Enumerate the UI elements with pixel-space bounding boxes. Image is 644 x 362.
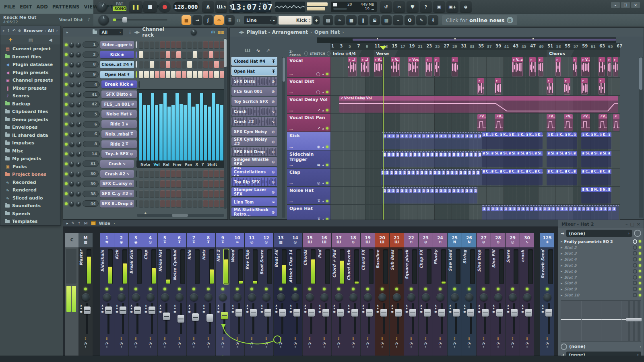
picker-item-ma-staticshock-retro-[interactable]: MA StaticShock Retro...⊙ xyxy=(231,208,277,216)
step-cell[interactable] xyxy=(171,61,175,68)
step-cell[interactable] xyxy=(214,71,219,78)
eq-slider-2[interactable] xyxy=(633,301,635,341)
velocity-bar[interactable] xyxy=(188,93,191,160)
channel-number[interactable]: 9 xyxy=(83,71,99,78)
strip-clock-icon[interactable]: ◔ xyxy=(439,341,442,346)
pattern-clip[interactable]: ∃ C.. xyxy=(491,169,500,185)
velocity-bar[interactable] xyxy=(139,93,142,160)
mixer-strip-clap[interactable]: 4◎Clap▲▼◀▶⇧◔▲ xyxy=(143,233,157,361)
send-arrow-icon[interactable]: ⇧ xyxy=(134,337,138,341)
mixer-link-icon[interactable]: ↑ xyxy=(78,221,81,225)
channel-led[interactable] xyxy=(65,192,68,195)
step-cell[interactable] xyxy=(171,71,175,78)
step-cell[interactable] xyxy=(166,200,170,207)
strip-clock-icon[interactable]: ◔ xyxy=(511,341,514,346)
strip-header[interactable]: 3◉ xyxy=(129,233,143,247)
strip-pan-knob[interactable] xyxy=(320,293,328,301)
close-button[interactable]: × xyxy=(631,2,640,8)
slot-arrow-icon[interactable]: ▸ xyxy=(561,269,563,273)
strip-fader[interactable] xyxy=(165,303,167,334)
strip-enable-led[interactable] xyxy=(294,288,297,290)
news-banner[interactable]: Click for online news ◍ xyxy=(442,15,517,25)
slot-enable-led[interactable] xyxy=(639,288,641,290)
send-arrow-icon[interactable]: ⇧ xyxy=(453,337,456,341)
strip-clock-icon[interactable]: ◔ xyxy=(395,341,398,346)
step-cell[interactable] xyxy=(144,61,149,68)
strip-fader[interactable] xyxy=(368,303,370,334)
strip-fader[interactable] xyxy=(180,303,182,334)
track-header-clap[interactable]: Clap…◎▴ xyxy=(287,169,330,187)
mixer-strip-beat-all[interactable]: 13▦Beat All▲▼◀▶⇧◔▲ xyxy=(274,233,288,361)
step-cell[interactable] xyxy=(203,180,208,187)
mixer-strip-c[interactable]: C xyxy=(65,233,79,361)
strip-pan-knob[interactable] xyxy=(543,293,551,301)
step-cell[interactable] xyxy=(171,180,175,187)
automation-clip[interactable]: ↗V.. xyxy=(495,114,504,131)
browser-item-envelopes[interactable]: Envelopes xyxy=(0,123,60,132)
fader-handle[interactable] xyxy=(322,309,329,317)
strip-pan-knob[interactable] xyxy=(509,293,517,301)
channel-led[interactable] xyxy=(65,182,68,185)
step-cell[interactable] xyxy=(171,170,175,177)
track-led[interactable] xyxy=(326,164,328,166)
browser-item-plugin-database[interactable]: ◀Plugin database xyxy=(0,61,60,69)
zcross-checkbox[interactable] xyxy=(304,51,308,56)
step-sequencer-row[interactable] xyxy=(139,51,225,58)
menu-view[interactable]: VIEW xyxy=(84,4,98,10)
channel-number[interactable]: 31 xyxy=(83,160,99,167)
slot-enable-led[interactable] xyxy=(639,246,641,249)
track-lane-vocal-delay-vol[interactable]: ↗ Vocal Delay Vol xyxy=(330,96,620,114)
strip-header[interactable]: 1⇆ xyxy=(100,233,114,247)
channel-mute-strip[interactable] xyxy=(136,171,137,177)
step-cell[interactable] xyxy=(139,51,143,58)
send-arrow-icon[interactable]: ⇧ xyxy=(308,337,312,341)
track-lane-vocal-dist[interactable]: ▸ ▸ ▸ ▸ ▸ ▸ xyxy=(330,78,620,96)
channel-pan-knob[interactable] xyxy=(69,181,74,186)
strip-header[interactable]: 20Ш xyxy=(375,233,389,247)
mixer-strip-square-pluck[interactable]: 22⊓Square pluck▲▼◀▶⇧◔▲ xyxy=(404,233,418,361)
velocity-bar[interactable] xyxy=(171,105,175,160)
slot-arrow-icon[interactable]: ▸ xyxy=(561,275,563,279)
channel-number[interactable]: 8 xyxy=(83,141,100,147)
playlist-grid[interactable]: ▸ ..l▸ ..l▸ V..l▸ V..al▸ Vocal▸ ▸ ▸ ▸ V.… xyxy=(330,57,620,220)
step-sequencer-row[interactable] xyxy=(139,200,225,207)
strip-enable-led[interactable] xyxy=(192,288,195,290)
track-header-vocal-delay-vol[interactable]: Vocal Delay Vol…↗▴ xyxy=(287,96,330,114)
strip-clock-icon[interactable]: ◔ xyxy=(308,341,312,346)
browser-item-clipboard-files[interactable]: Clipboard files xyxy=(0,108,60,116)
mixer-strip-wood[interactable]: 10∞Wood▲▼◀▶⇧◔▲ xyxy=(230,233,244,361)
step-cell[interactable] xyxy=(182,170,186,177)
track-led[interactable] xyxy=(326,182,328,184)
strip-fader[interactable] xyxy=(151,303,153,334)
automation-clip[interactable]: ↗V.. xyxy=(581,114,590,131)
strip-enable-led[interactable] xyxy=(424,288,427,290)
pattern-clip[interactable]: ∃ N.. xyxy=(590,187,599,204)
step-cell[interactable] xyxy=(176,51,181,58)
channel-vol-knob[interactable] xyxy=(76,121,81,127)
channel-pan-knob[interactable] xyxy=(69,191,74,196)
slider-handle[interactable] xyxy=(122,17,127,23)
strip-clock-icon[interactable]: ◔ xyxy=(381,341,384,346)
velocity-bar[interactable] xyxy=(184,105,187,160)
channel-mute-strip[interactable] xyxy=(136,41,137,48)
channel-led[interactable] xyxy=(65,173,68,175)
velocity-graph[interactable] xyxy=(137,89,224,161)
step-cell[interactable] xyxy=(209,51,213,58)
channel-number[interactable]: 39 xyxy=(83,181,99,187)
arm-icon[interactable]: ▴ xyxy=(322,145,324,149)
fader-handle[interactable] xyxy=(337,309,344,317)
velocity-bar[interactable] xyxy=(163,93,167,160)
audio-clip[interactable]: ▸ xyxy=(529,57,536,76)
channel-led[interactable] xyxy=(65,152,68,155)
audio-clip[interactable]: ▸ ..l xyxy=(348,57,357,76)
channel-mute-strip[interactable] xyxy=(136,71,137,78)
send-arrow-icon[interactable]: ⇧ xyxy=(207,337,210,341)
rack-vscrollbar[interactable] xyxy=(224,38,227,209)
send-arrow-icon[interactable]: ⇧ xyxy=(84,337,87,341)
step-cell[interactable] xyxy=(150,41,154,48)
slot-mix-knob[interactable] xyxy=(633,269,637,274)
fader-handle[interactable] xyxy=(250,309,257,317)
pattern-clip[interactable]: ∃ xyxy=(573,132,577,149)
strip-enable-led[interactable] xyxy=(120,288,123,290)
more-icon[interactable]: … xyxy=(289,145,293,149)
